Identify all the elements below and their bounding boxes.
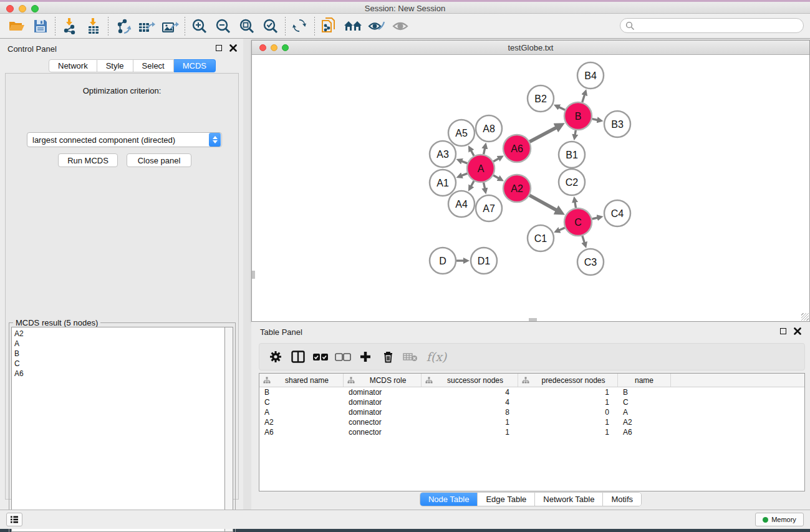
deselect-all-button[interactable] xyxy=(332,346,354,367)
zoom-selected-button[interactable] xyxy=(259,16,282,37)
graph-edge-C-C2[interactable] xyxy=(575,202,576,208)
result-item[interactable]: B xyxy=(14,349,224,359)
zoom-fit-button[interactable] xyxy=(235,16,259,37)
table-cell[interactable]: 1 xyxy=(422,418,518,427)
graph-edge-A-A7[interactable] xyxy=(484,183,485,189)
table-cell[interactable]: 1 xyxy=(518,388,618,397)
home-first-neighbors-button[interactable] xyxy=(341,16,365,37)
run-mcds-button[interactable]: Run MCDS xyxy=(58,153,118,167)
table-cell[interactable]: 1 xyxy=(518,398,618,407)
tab-edge-table[interactable]: Edge Table xyxy=(477,493,534,506)
table-row[interactable]: Adominator80A xyxy=(259,407,804,417)
graph-edge-C-C4[interactable] xyxy=(592,218,597,219)
graph-edge-A2-C[interactable] xyxy=(529,195,557,210)
table-cell[interactable]: A xyxy=(259,408,344,417)
export-network-button[interactable] xyxy=(111,16,135,37)
column-header-name[interactable]: name xyxy=(618,374,671,387)
table-cell[interactable]: 4 xyxy=(422,398,518,407)
task-history-button[interactable] xyxy=(6,513,22,526)
criterion-dropdown[interactable]: largest connected component (directed) xyxy=(27,132,222,147)
result-item[interactable]: A6 xyxy=(14,369,224,379)
hide-selected-button[interactable] xyxy=(365,16,388,37)
column-header-predecessor-nodes[interactable]: predecessor nodes xyxy=(518,374,618,387)
open-file-button[interactable] xyxy=(5,16,29,37)
table-cell[interactable]: connector xyxy=(344,428,422,437)
mcds-result-list[interactable]: A2ABCA6 xyxy=(11,327,224,532)
search-input[interactable] xyxy=(635,20,803,31)
table-row[interactable]: A6connector11A6 xyxy=(259,427,804,437)
show-all-button[interactable] xyxy=(388,16,412,37)
horizontal-scroll-indicator[interactable] xyxy=(529,318,537,321)
zoom-in-button[interactable] xyxy=(188,16,211,37)
graph-edge-A-A4[interactable] xyxy=(471,181,474,186)
tab-network-table[interactable]: Network Table xyxy=(534,493,602,506)
table-cell[interactable]: 1 xyxy=(518,428,618,437)
table-cell[interactable]: 4 xyxy=(422,388,518,397)
graph-edge-A-A2[interactable] xyxy=(493,175,499,178)
graph-edge-A-A1[interactable] xyxy=(461,173,467,176)
result-scrollbar[interactable] xyxy=(224,327,233,532)
import-network-button[interactable] xyxy=(58,16,82,37)
add-column-button[interactable] xyxy=(354,346,377,367)
close-table-panel-icon[interactable] xyxy=(794,327,801,335)
network-canvas[interactable]: B4B2BB3A8A5A6A3B1AA1C2A2A4A7C4CC1C3DD1 xyxy=(252,55,809,321)
import-table-button[interactable] xyxy=(82,16,105,37)
result-item[interactable]: A2 xyxy=(14,329,224,339)
export-table-button[interactable] xyxy=(135,16,158,37)
graph-edge-A-A8[interactable] xyxy=(484,148,485,155)
result-item[interactable]: C xyxy=(14,359,224,369)
result-item[interactable]: A xyxy=(14,339,224,349)
table-cell[interactable]: 0 xyxy=(518,408,618,417)
table-row[interactable]: Bdominator41B xyxy=(259,387,804,397)
table-cell[interactable]: A2 xyxy=(618,418,671,427)
table-settings-button[interactable] xyxy=(264,346,287,367)
tab-select[interactable]: Select xyxy=(133,59,174,72)
graph-edge-A-A5[interactable] xyxy=(471,150,474,156)
float-table-panel-icon[interactable] xyxy=(780,328,786,334)
graph-edge-A6-B[interactable] xyxy=(529,127,556,142)
column-header-shared-name[interactable]: shared name xyxy=(259,374,344,387)
graph-edge-C-C1[interactable] xyxy=(559,228,565,230)
table-cell[interactable]: 1 xyxy=(518,418,618,427)
tab-node-table[interactable]: Node Table xyxy=(420,493,478,506)
clear-table-button[interactable] xyxy=(399,346,422,367)
column-header-successor-nodes[interactable]: successor nodes xyxy=(422,374,518,387)
table-cell[interactable]: dominator xyxy=(344,408,422,417)
function-builder-button[interactable]: f(x) xyxy=(422,346,451,367)
vertical-scroll-indicator[interactable] xyxy=(252,271,255,279)
memory-button[interactable]: Memory xyxy=(755,513,804,526)
save-session-button[interactable] xyxy=(29,16,52,37)
export-image-button[interactable] xyxy=(158,16,182,37)
table-cell[interactable]: A xyxy=(618,408,671,417)
column-visibility-button[interactable] xyxy=(287,346,309,367)
table-row[interactable]: A2connector11A2 xyxy=(259,417,804,427)
table-cell[interactable]: dominator xyxy=(344,388,422,397)
tab-style[interactable]: Style xyxy=(97,59,133,72)
table-row[interactable]: Cdominator41C xyxy=(259,397,804,407)
new-network-from-selection-button[interactable] xyxy=(317,16,341,37)
graph-edge-B-B4[interactable] xyxy=(582,95,585,102)
tab-mcds[interactable]: MCDS xyxy=(174,59,216,72)
window-resize-grip[interactable] xyxy=(801,313,809,321)
table-cell[interactable]: 8 xyxy=(422,408,518,417)
table-cell[interactable]: connector xyxy=(344,418,422,427)
table-cell[interactable]: C xyxy=(618,398,671,407)
tab-motifs[interactable]: Motifs xyxy=(602,493,641,506)
zoom-out-button[interactable] xyxy=(211,16,235,37)
column-header-MCDS-role[interactable]: MCDS role xyxy=(344,374,422,387)
graph-edge-B-B1[interactable] xyxy=(575,130,576,135)
graph-edge-B-B3[interactable] xyxy=(592,119,598,120)
tab-network[interactable]: Network xyxy=(49,59,97,72)
graph-edge-A-A3[interactable] xyxy=(461,161,467,163)
delete-column-button[interactable] xyxy=(377,346,399,367)
close-panel-button[interactable]: Close panel xyxy=(127,153,191,167)
graph-edge-A-A6[interactable] xyxy=(493,158,499,162)
table-cell[interactable]: B xyxy=(259,388,344,397)
table-cell[interactable]: C xyxy=(259,398,344,407)
table-cell[interactable]: A6 xyxy=(618,428,671,437)
table-cell[interactable]: A6 xyxy=(259,428,344,437)
table-cell[interactable]: A2 xyxy=(259,418,344,427)
graph-edge-C-C3[interactable] xyxy=(582,236,585,243)
table-cell[interactable]: dominator xyxy=(344,398,422,407)
float-panel-icon[interactable] xyxy=(216,45,222,51)
